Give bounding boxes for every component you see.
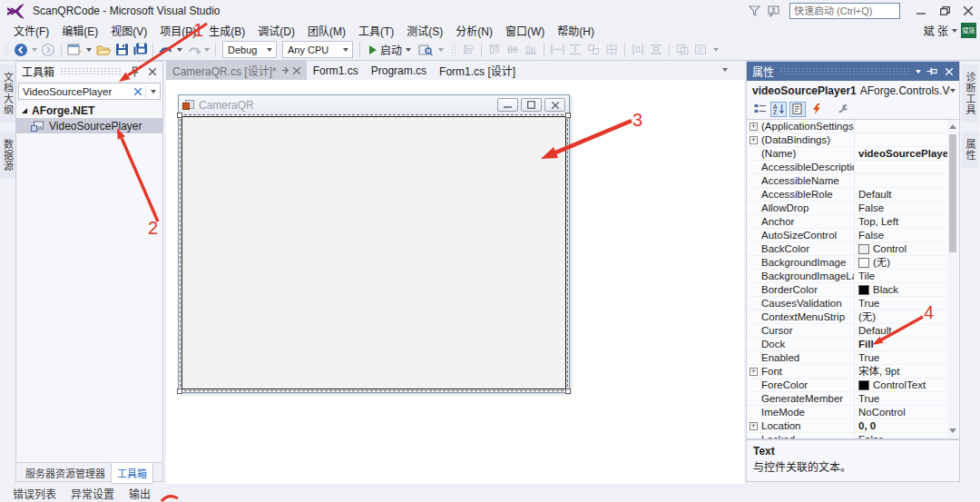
property-row[interactable]: + (DataBindings) xyxy=(747,133,959,147)
property-row[interactable]: + Cursor Default xyxy=(747,324,959,338)
avatar[interactable]: 斌张 xyxy=(961,23,976,38)
property-value-cell[interactable]: Default xyxy=(854,188,959,201)
property-value-cell[interactable]: Default xyxy=(854,324,959,337)
menu-item[interactable]: 编辑(E) xyxy=(55,21,104,40)
property-value-cell[interactable] xyxy=(854,161,959,173)
property-value-cell[interactable]: 0, 0 xyxy=(854,419,959,432)
designer-canvas[interactable]: CameraQR xyxy=(166,80,744,484)
expand-icon[interactable]: + xyxy=(750,422,758,430)
quick-launch-input[interactable] xyxy=(790,5,926,16)
property-value-cell[interactable]: ControlText xyxy=(854,379,959,391)
pin-icon[interactable] xyxy=(128,64,142,78)
restore-button[interactable] xyxy=(933,1,956,21)
minimize-button[interactable] xyxy=(909,1,933,21)
redo-button[interactable] xyxy=(184,40,202,60)
close-button[interactable] xyxy=(956,1,980,21)
search-options-chevron-icon[interactable] xyxy=(151,90,156,94)
property-value-cell[interactable]: (无) xyxy=(854,310,959,323)
form-title-bar[interactable]: CameraQR xyxy=(179,95,569,114)
property-row[interactable]: + (Name) videoSourcePlayer1 xyxy=(747,147,959,161)
object-selector-dropdown[interactable]: videoSourcePlayer1 AForge.Controls.Video… xyxy=(747,81,959,100)
auto-hide-tab[interactable]: 错误列表 xyxy=(13,486,56,501)
document-tab[interactable]: Program.cs xyxy=(365,61,433,80)
property-value-cell[interactable]: False xyxy=(854,229,959,241)
expand-icon[interactable]: + xyxy=(750,123,758,131)
align-tops-button[interactable] xyxy=(485,40,504,60)
menu-item[interactable]: 生成(B) xyxy=(202,21,251,40)
scrollbar-thumb[interactable] xyxy=(949,134,956,252)
categorized-view-button[interactable] xyxy=(751,102,768,117)
pin-icon[interactable] xyxy=(925,64,938,78)
save-button[interactable] xyxy=(113,40,131,60)
selection-handle[interactable] xyxy=(177,113,182,118)
property-value-cell[interactable]: Control xyxy=(854,242,959,255)
property-row[interactable]: + AllowDrop False xyxy=(747,202,959,215)
auto-hide-tab[interactable]: 文档大纲 xyxy=(0,64,16,123)
alphabetical-view-button[interactable]: AZ xyxy=(770,102,787,117)
tab-list-chevron-icon[interactable] xyxy=(722,68,728,72)
vertical-spacing-equal-button[interactable] xyxy=(647,40,665,60)
navigate-back-button[interactable] xyxy=(12,40,30,60)
menu-item[interactable]: 项目(P) xyxy=(153,21,202,40)
menu-item[interactable]: 工具(T) xyxy=(352,21,400,40)
property-value-cell[interactable]: True xyxy=(854,392,959,405)
property-row[interactable]: + Anchor Top, Left xyxy=(747,215,959,229)
property-row[interactable]: + AutoSizeControl False xyxy=(747,229,959,242)
bring-to-front-button[interactable] xyxy=(673,40,691,60)
property-row[interactable]: + BackColor Control xyxy=(747,242,959,256)
property-row[interactable]: + GenerateMember True xyxy=(747,392,959,406)
tab-order-button[interactable] xyxy=(691,40,710,60)
auto-hide-tab[interactable]: 属性 xyxy=(962,132,978,168)
property-row[interactable]: + Font 宋体, 9pt xyxy=(747,365,959,379)
make-same-width-button[interactable] xyxy=(548,40,566,60)
property-grid-scrollbar[interactable] xyxy=(947,120,958,438)
property-row[interactable]: + (ApplicationSettings) xyxy=(747,120,959,133)
toolbox-item-videosourceplayer[interactable]: VideoSourcePlayer xyxy=(16,118,162,133)
expand-icon[interactable]: + xyxy=(750,136,758,144)
clear-search-icon[interactable] xyxy=(132,85,144,98)
property-value-cell[interactable]: True xyxy=(854,351,959,364)
property-row[interactable]: + ForeColor ControlText xyxy=(747,379,959,392)
menu-item[interactable]: 测试(S) xyxy=(400,21,449,40)
solution-platform-dropdown[interactable]: Any CPU xyxy=(282,41,353,58)
expand-icon[interactable]: + xyxy=(750,368,758,376)
property-row[interactable]: + Location 0, 0 xyxy=(747,419,959,433)
panel-tab[interactable]: 服务器资源管理器 xyxy=(20,463,111,483)
toolbox-group-aforge[interactable]: AForge.NET xyxy=(16,103,162,118)
properties-header[interactable]: 属性 xyxy=(747,62,959,81)
toolbox-search-input[interactable] xyxy=(19,86,132,97)
new-item-chevron-icon[interactable] xyxy=(86,48,92,52)
toolbar-grip[interactable] xyxy=(451,43,456,57)
designer-form[interactable]: CameraQR xyxy=(178,94,570,393)
open-file-button[interactable] xyxy=(94,40,113,60)
scroll-up-icon[interactable] xyxy=(949,124,956,129)
property-value-cell[interactable]: NoControl xyxy=(854,406,959,418)
notifications-flag-icon[interactable] xyxy=(744,3,764,19)
toolbar-overflow-chevron-icon[interactable] xyxy=(438,48,444,52)
property-value-cell[interactable]: False xyxy=(854,202,959,214)
property-value-cell[interactable]: Top, Left xyxy=(854,215,959,228)
keep-open-pin-icon[interactable] xyxy=(281,66,289,74)
property-value-cell[interactable]: (无) xyxy=(854,256,959,269)
document-tab[interactable]: Form1.cs xyxy=(307,61,365,80)
property-value-cell[interactable]: True xyxy=(854,297,959,310)
property-row[interactable]: + AccessibleRole Default xyxy=(747,188,959,202)
align-lefts-button[interactable] xyxy=(459,40,477,60)
property-value-cell[interactable]: videoSourcePlayer1 xyxy=(854,147,959,160)
make-same-size-button[interactable] xyxy=(584,40,603,60)
new-project-button[interactable] xyxy=(65,40,83,60)
property-row[interactable]: + BorderColor Black xyxy=(747,283,959,297)
auto-hide-tab[interactable]: 输出 xyxy=(129,486,151,501)
property-row[interactable]: + BackgroundImage (无) xyxy=(747,256,959,270)
auto-hide-tab[interactable]: 异常设置 xyxy=(71,486,114,501)
property-pages-button[interactable] xyxy=(835,102,851,117)
property-row[interactable]: + CausesValidation True xyxy=(747,297,959,310)
undo-history-chevron-icon[interactable] xyxy=(177,48,182,52)
solution-configuration-dropdown[interactable]: Debug xyxy=(222,41,277,58)
save-all-button[interactable] xyxy=(131,40,149,60)
menu-item[interactable]: 窗口(W) xyxy=(499,21,551,40)
close-icon[interactable] xyxy=(942,64,956,78)
menu-item[interactable]: 调试(D) xyxy=(251,21,301,40)
size-to-grid-button[interactable] xyxy=(603,40,621,60)
property-value-cell[interactable]: Fill xyxy=(854,338,959,350)
